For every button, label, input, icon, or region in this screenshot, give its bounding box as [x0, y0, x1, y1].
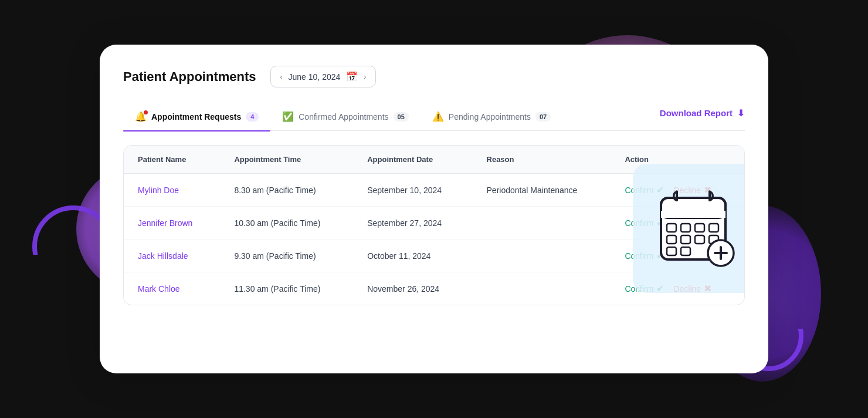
alert-circle-icon: ⚠️	[432, 111, 444, 122]
page-title: Patient Appointments	[123, 69, 256, 85]
reason-cell: Periodontal Maintenance	[473, 174, 611, 207]
main-card: Patient Appointments ‹ June 10, 2024 📅 ›…	[100, 45, 768, 373]
appointment-date-cell: September 27, 2024	[353, 207, 472, 240]
patient-name: Mylinh Doe	[138, 186, 179, 195]
prev-date-button[interactable]: ‹	[280, 73, 283, 81]
appointment-time-cell: 10.30 am (Pacific Time)	[220, 207, 353, 240]
date-picker-text: June 10, 2024	[289, 72, 341, 82]
col-reason: Reason	[473, 146, 611, 174]
appointment-time-cell: 8.30 am (Pacific Time)	[220, 174, 353, 207]
appointment-date-cell: November 26, 2024	[353, 272, 472, 305]
col-appointment-date: Appointment Date	[353, 146, 472, 174]
tab-confirmed-appointments[interactable]: ✅ Confirmed Appointments 05	[270, 104, 421, 130]
check-circle-icon: ✅	[282, 111, 294, 122]
patient-name: Mark Chloe	[138, 284, 180, 294]
appointment-time-cell: 11.30 am (Pacific Time)	[220, 272, 353, 305]
tab-pending-label: Pending Appointments	[449, 112, 531, 122]
header: Patient Appointments ‹ June 10, 2024 📅 ›	[123, 66, 745, 87]
tab-appointment-requests[interactable]: 🔔 Appointment Requests 4	[123, 104, 270, 130]
patient-name: Jennifer Brown	[138, 218, 192, 228]
reason-cell	[473, 207, 611, 240]
next-date-button[interactable]: ›	[364, 73, 366, 81]
col-appointment-time: Appointment Time	[220, 146, 353, 174]
patient-name-cell: Mylinh Doe	[124, 174, 220, 207]
appointment-date-cell: October 11, 2024	[353, 240, 472, 272]
patient-name: Jack Hillsdale	[138, 251, 188, 261]
appointment-time-cell: 9.30 am (Pacific Time)	[220, 240, 353, 272]
col-patient-name: Patient Name	[124, 146, 220, 174]
tab-requests-label: Appointment Requests	[151, 112, 241, 122]
svg-rect-2	[661, 211, 725, 218]
bell-icon: 🔔	[135, 111, 147, 122]
tab-pending-badge: 07	[535, 112, 551, 122]
patient-name-cell: Jennifer Brown	[124, 207, 220, 240]
reason-cell	[473, 272, 611, 305]
reason-cell	[473, 240, 611, 272]
calendar-svg	[650, 181, 744, 275]
appointments-table-container: Patient Name Appointment Time Appointmen…	[123, 145, 745, 305]
tabs-bar: 🔔 Appointment Requests 4 ✅ Confirmed App…	[123, 104, 745, 131]
patient-name-cell: Mark Chloe	[124, 272, 220, 305]
bell-notification-dot	[144, 110, 148, 114]
calendar-illustration-overlay	[633, 164, 745, 293]
patient-name-cell: Jack Hillsdale	[124, 240, 220, 272]
download-icon: ⬇	[737, 108, 745, 119]
tab-confirmed-badge: 05	[394, 112, 409, 122]
calendar-icon: 📅	[346, 71, 358, 82]
appointment-date-cell: September 10, 2024	[353, 174, 472, 207]
tab-requests-badge: 4	[246, 112, 259, 122]
date-picker[interactable]: ‹ June 10, 2024 📅 ›	[270, 66, 377, 87]
download-report-label: Download Report	[660, 108, 733, 118]
download-report-button[interactable]: Download Report ⬇	[660, 108, 745, 127]
tab-pending-appointments[interactable]: ⚠️ Pending Appointments 07	[421, 104, 562, 130]
tab-confirmed-label: Confirmed Appointments	[299, 112, 388, 122]
